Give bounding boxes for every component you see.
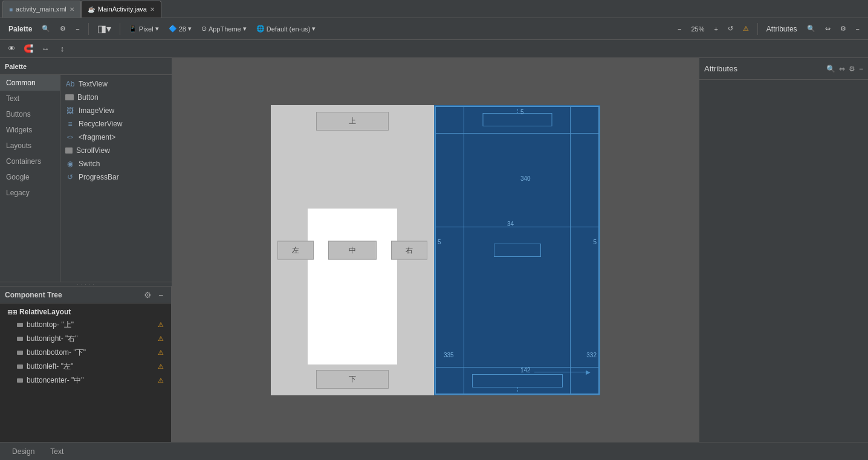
buttonleft-label: buttonleft- "左" xyxy=(27,361,73,372)
tree-item-buttontop[interactable]: buttontop- "上" ⚠ xyxy=(5,318,166,332)
bp-arrow-right: ▶ xyxy=(534,369,591,375)
palette-cat-legacy[interactable]: Legacy xyxy=(0,185,60,201)
toolbar-layers-btn[interactable]: ◨▾ xyxy=(94,21,115,36)
palette-item-switch[interactable]: ◉ Switch xyxy=(60,157,172,170)
buttonbottom-warning: ⚠ xyxy=(158,349,164,357)
tree-item-buttonbottom[interactable]: buttonbottom- "下" ⚠ xyxy=(5,346,166,360)
buttonleft-warning: ⚠ xyxy=(158,363,164,371)
center-white-area xyxy=(308,209,397,364)
tree-item-buttoncenter[interactable]: buttoncenter- "中" ⚠ xyxy=(5,374,166,387)
imageview-label: ImageView xyxy=(79,106,114,115)
canvas-area[interactable]: 上 左 右 下 中 xyxy=(172,58,699,442)
zoom-refresh-btn[interactable]: ↺ xyxy=(724,23,737,34)
design-btn-bottom[interactable]: 下 xyxy=(316,370,389,389)
tree-content: ⊞⊞ RelativeLayout buttontop- "上" ⚠ butto… xyxy=(0,303,171,390)
palette-item-button[interactable]: Button xyxy=(60,91,172,104)
tree-item-buttonleft[interactable]: buttonleft- "左" ⚠ xyxy=(5,360,166,374)
bp-num-5-top: 5 xyxy=(520,109,524,115)
btn-icon-bottom xyxy=(17,351,23,355)
textview-label: TextView xyxy=(79,80,108,88)
bp-num-5-right: 5 xyxy=(593,239,597,245)
attr-minus-btn[interactable]: − xyxy=(852,24,863,34)
palette-items: Ab TextView Button 🖼 ImageView ≡ Recycle… xyxy=(60,75,172,282)
attr-header: Attributes 🔍 ⇔ ⚙ − xyxy=(699,58,868,80)
xml-icon: ■ xyxy=(9,6,13,13)
component-tree-minimize-btn[interactable]: − xyxy=(155,290,166,300)
palette-cat-buttons[interactable]: Buttons xyxy=(0,106,60,122)
attr-panel-settings-btn[interactable]: ⚙ xyxy=(849,65,855,73)
scrollview-icon xyxy=(65,147,73,154)
toolbar-right: − 25% + ↺ ⚠ Attributes 🔍 ⇔ ⚙ − xyxy=(674,23,863,35)
component-tree-settings-btn[interactable]: ⚙ xyxy=(142,290,153,300)
root-layout-label: RelativeLayout xyxy=(19,308,71,316)
palette-cat-widgets[interactable]: Widgets xyxy=(0,122,60,138)
tab-main-activity[interactable]: ☕ MainActivity.java ✕ xyxy=(81,1,161,18)
palette-cat-text[interactable]: Text xyxy=(0,91,60,106)
palette-item-recyclerview[interactable]: ≡ RecyclerView xyxy=(60,117,172,131)
button-label: Button xyxy=(77,93,99,102)
toolbar-search-btn[interactable]: 🔍 xyxy=(38,23,54,34)
btn-icon-top xyxy=(17,323,23,327)
tab-bar: ■ activity_main.xml ✕ ☕ MainActivity.jav… xyxy=(0,0,868,18)
attr-panel-arrows-btn[interactable]: ⇔ xyxy=(839,65,845,73)
tree-item-buttonright[interactable]: buttonright- "右" ⚠ xyxy=(5,332,166,346)
attr-search-btn[interactable]: 🔍 xyxy=(803,23,819,34)
palette-cat-containers[interactable]: Containers xyxy=(0,154,60,169)
design-btn-center[interactable]: 中 xyxy=(328,241,377,259)
palette-item-imageview[interactable]: 🖼 ImageView xyxy=(60,104,172,117)
palette-categories: Common Text Buttons Widgets Layouts Cont… xyxy=(0,75,60,282)
design-btn-right[interactable]: 右 xyxy=(391,241,427,259)
btn-icon-right xyxy=(17,337,23,341)
bottom-tab-text[interactable]: Text xyxy=(43,445,71,458)
tab-close-main-activity[interactable]: ✕ xyxy=(150,6,155,13)
attr-panel-title: Attributes xyxy=(704,64,823,73)
design-btn-left[interactable]: 左 xyxy=(277,241,314,259)
fragment-label: <fragment> xyxy=(79,133,115,141)
palette-item-scrollview[interactable]: ScrollView xyxy=(60,144,172,157)
toolbar-warning-icon[interactable]: ⚠ xyxy=(739,23,753,34)
component-tree-title: Component Tree xyxy=(5,291,140,299)
imageview-icon: 🖼 xyxy=(65,106,75,115)
attr-panel-search-btn[interactable]: 🔍 xyxy=(826,65,835,73)
bp-num-332: 332 xyxy=(586,352,597,358)
blueprint-view: 340 335 332 142 34 5 5 5 ▶ xyxy=(434,105,600,395)
palette-item-textview[interactable]: Ab TextView xyxy=(60,77,172,91)
attr-label: Attributes xyxy=(763,23,801,35)
attr-settings-btn[interactable]: ⚙ xyxy=(837,23,850,34)
panel-resizer[interactable]: · · · · · xyxy=(0,282,172,287)
separator-right xyxy=(757,23,758,35)
arrows-v-btn[interactable]: ↕ xyxy=(56,42,69,56)
attr-arrows-btn[interactable]: ⇔ xyxy=(821,23,834,34)
tab-close-activity-main[interactable]: ✕ xyxy=(70,6,74,13)
arrows-h-btn[interactable]: ↔ xyxy=(39,42,52,56)
bottom-tab-design[interactable]: Design xyxy=(5,445,42,458)
toolbar-settings-btn[interactable]: ⚙ xyxy=(56,23,70,34)
switch-icon: ◉ xyxy=(65,160,75,168)
toolbar-theme-btn[interactable]: ⊙ AppTheme ▾ xyxy=(198,23,250,34)
palette-cat-common[interactable]: Common xyxy=(0,75,60,91)
design-btn-top[interactable]: 上 xyxy=(316,112,389,131)
toolbar-locale-btn[interactable]: 🌐 Default (en-us) ▾ xyxy=(253,23,320,34)
palette-cat-layouts[interactable]: Layouts xyxy=(0,138,60,154)
separator-1 xyxy=(88,23,89,35)
eye-btn[interactable]: 👁 xyxy=(5,42,18,56)
tab-activity-main[interactable]: ■ activity_main.xml ✕ xyxy=(2,1,81,18)
magnet-btn[interactable]: 🧲 xyxy=(22,42,35,56)
root-layout-icon: ⊞⊞ xyxy=(7,309,17,316)
toolbar-minimize-btn[interactable]: − xyxy=(72,24,83,34)
zoom-plus-btn[interactable]: + xyxy=(710,24,721,34)
palette-item-progressbar[interactable]: ↺ ProgressBar xyxy=(60,170,172,184)
toolbar-api-btn[interactable]: 🔷 28 ▾ xyxy=(165,23,195,34)
palette-item-fragment[interactable]: <> <fragment> xyxy=(60,131,172,144)
zoom-minus-btn[interactable]: − xyxy=(674,24,685,34)
component-tree-header: Component Tree ⚙ − xyxy=(0,287,171,303)
tree-root[interactable]: ⊞⊞ RelativeLayout xyxy=(5,306,166,318)
zoom-value: 25% xyxy=(687,24,708,34)
toolbar-device-btn[interactable]: 📱 Pixel ▾ xyxy=(125,23,163,34)
palette-cat-google[interactable]: Google xyxy=(0,169,60,185)
btn-icon-left xyxy=(17,364,23,369)
scrollview-label: ScrollView xyxy=(76,146,110,155)
palette-label: Palette xyxy=(5,23,36,35)
buttoncenter-label: buttoncenter- "中" xyxy=(27,375,84,386)
attr-panel-minus-btn[interactable]: − xyxy=(859,65,863,73)
